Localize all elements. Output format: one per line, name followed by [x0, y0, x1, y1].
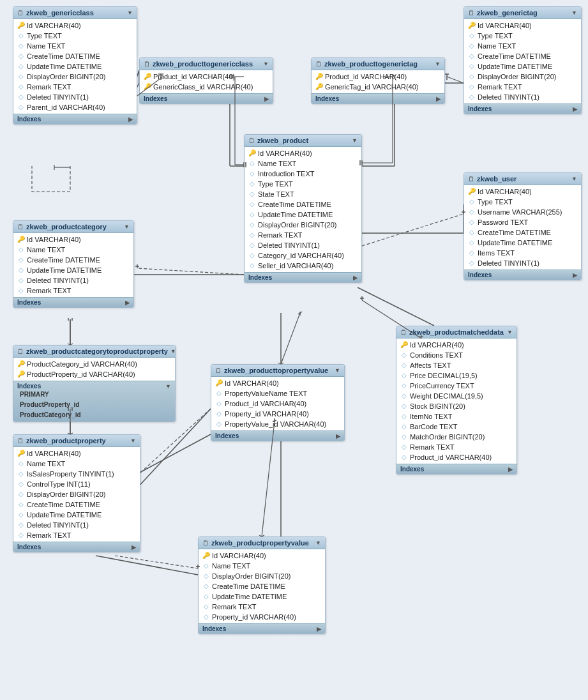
table-icon: 🗒 [315, 61, 322, 68]
field-icon: ◇ [468, 208, 476, 217]
table-footer[interactable]: Indexes ▶ [211, 430, 344, 441]
header-dropdown[interactable]: ▼ [571, 10, 577, 16]
field-row: ◇UpdateTime DATETIME [464, 61, 581, 72]
table-footer[interactable]: Indexes ▶ [396, 464, 516, 474]
table-header-productcategory[interactable]: 🗒 zkweb_productcategory ▼ [13, 221, 133, 233]
footer-arrow[interactable]: ▶ [128, 116, 133, 123]
table-zkweb-generictag[interactable]: 🗒 zkweb_generictag ▼ 🔑Id VARCHAR(40) ◇Ty… [464, 6, 582, 114]
field-row: ◇UpdateTime DATETIME [245, 209, 361, 220]
table-footer[interactable]: Indexes ▶ [199, 623, 325, 634]
table-header-producttopropertyvalue[interactable]: 🗒 zkweb_producttopropertyvalue ▼ [211, 365, 344, 377]
field-row: ◇Property_id VARCHAR(40) [211, 409, 344, 419]
field-icon: ◇ [17, 245, 25, 254]
header-dropdown[interactable]: ▼ [315, 540, 321, 546]
svg-line-23 [358, 287, 434, 326]
field-row: ◇CreateTime DATETIME [464, 227, 581, 238]
field-row: 🔑Id VARCHAR(40) [13, 20, 137, 31]
header-dropdown[interactable]: ▼ [130, 438, 136, 444]
table-zkweb-productcategorytoproductproperty[interactable]: 🗒 zkweb_productcategorytoproductproperty… [13, 345, 176, 422]
field-row: 🔑ProductCategory_id VARCHAR(40) [13, 359, 175, 369]
table-zkweb-genericclass[interactable]: 🗒 zkweb_genericclass ▼ 🔑Id VARCHAR(40) ◇… [13, 6, 137, 125]
indexes-label: Indexes [17, 383, 41, 390]
footer-arrow[interactable]: ▶ [125, 300, 130, 306]
table-footer[interactable]: Indexes ▶ [140, 93, 273, 103]
field-row: ◇DisplayOrder BIGINT(20) [13, 72, 137, 82]
footer-arrow[interactable]: ▶ [436, 96, 441, 102]
table-header-producttogenerictag[interactable]: 🗒 zkweb_producttogenerictag ▼ [312, 58, 444, 70]
table-footer[interactable]: Indexes ▶ [464, 270, 581, 280]
field-row: 🔑Product_id VARCHAR(40) [312, 72, 444, 82]
indexes-label: Indexes [144, 95, 167, 102]
pk-icon: 🔑 [17, 235, 25, 244]
field-icon: ◇ [248, 200, 256, 209]
field-icon: ◇ [400, 381, 408, 390]
header-dropdown[interactable]: ▼ [127, 10, 133, 16]
footer-arrow[interactable]: ▶ [132, 544, 136, 551]
table-header-productcategorytoproductproperty[interactable]: 🗒 zkweb_productcategorytoproductproperty… [13, 346, 175, 358]
table-header-productmatcheddata[interactable]: 🗒 zkweb_productmatcheddata ▼ [396, 326, 516, 339]
header-dropdown[interactable]: ▼ [170, 348, 176, 354]
header-dropdown[interactable]: ▼ [335, 367, 340, 374]
field-icon: ◇ [202, 582, 210, 591]
field-row: ◇Property_id VARCHAR(40) [199, 612, 325, 622]
fk-icon: 🔑 [17, 370, 25, 379]
table-icon: 🗒 [468, 10, 474, 17]
table-title: zkweb_product [257, 137, 308, 144]
field-row: ◇Category_id VARCHAR(40) [245, 250, 361, 261]
pk-icon: 🔑 [248, 149, 256, 158]
header-dropdown[interactable]: ▼ [571, 176, 577, 182]
field-icon: ◇ [17, 286, 25, 295]
field-list: 🔑Id VARCHAR(40) ◇Type TEXT ◇Name TEXT ◇C… [464, 19, 581, 103]
table-footer[interactable]: Indexes ▶ [464, 103, 581, 114]
header-dropdown[interactable]: ▼ [507, 329, 513, 335]
table-zkweb-producttogenericclass[interactable]: 🗒 zkweb_producttogenericclass ▼ 🔑Product… [139, 57, 273, 104]
footer-arrow[interactable]: ▶ [353, 275, 358, 281]
footer-arrow[interactable]: ▶ [573, 272, 577, 278]
table-zkweb-productproperty[interactable]: 🗒 zkweb_productproperty ▼ 🔑Id VARCHAR(40… [13, 434, 140, 552]
pk-icon: 🔑 [17, 449, 25, 458]
table-header-productpropertyvalue[interactable]: 🗒 zkweb_productpropertyvalue ▼ [199, 537, 325, 549]
table-footer[interactable]: Indexes ▶ [245, 272, 361, 282]
field-row: ◇Remark TEXT [464, 82, 581, 92]
header-dropdown[interactable]: ▼ [352, 137, 358, 144]
footer-arrow[interactable]: ▶ [573, 106, 577, 112]
table-zkweb-productpropertyvalue[interactable]: 🗒 zkweb_productpropertyvalue ▼ 🔑Id VARCH… [198, 536, 326, 634]
pk-icon: 🔑 [468, 21, 476, 30]
table-header-productproperty[interactable]: 🗒 zkweb_productproperty ▼ [13, 435, 140, 447]
table-zkweb-producttopropertyvalue[interactable]: 🗒 zkweb_producttopropertyvalue ▼ 🔑Id VAR… [211, 364, 345, 441]
table-footer[interactable]: Indexes ▶ [312, 93, 444, 103]
field-row: ◇Affects TEXT [396, 360, 516, 370]
field-row: ◇Remark TEXT [13, 530, 140, 540]
footer-arrow[interactable]: ▶ [264, 96, 269, 102]
field-row: ◇Stock BIGINT(20) [396, 401, 516, 411]
field-row: ◇BarCode TEXT [396, 422, 516, 432]
field-row: ◇Seller_id VARCHAR(40) [245, 261, 361, 271]
table-zkweb-productcategory[interactable]: 🗒 zkweb_productcategory ▼ 🔑Id VARCHAR(40… [13, 220, 134, 308]
footer-arrow[interactable]: ▼ [165, 383, 171, 390]
table-zkweb-product[interactable]: 🗒 zkweb_product ▼ 🔑Id VARCHAR(40) ◇Name … [244, 134, 362, 283]
indexes-label: Indexes [202, 625, 226, 632]
table-header-product[interactable]: 🗒 zkweb_product ▼ [245, 135, 361, 147]
fk-icon: 🔑 [315, 72, 323, 81]
table-zkweb-user[interactable]: 🗒 zkweb_user ▼ 🔑Id VARCHAR(40) ◇Type TEX… [464, 172, 582, 280]
table-zkweb-producttogenerictag[interactable]: 🗒 zkweb_producttogenerictag ▼ 🔑Product_i… [311, 57, 445, 104]
table-zkweb-productmatcheddata[interactable]: 🗒 zkweb_productmatcheddata ▼ 🔑Id VARCHAR… [396, 326, 517, 475]
footer-arrow[interactable]: ▶ [317, 626, 321, 632]
table-header-user[interactable]: 🗒 zkweb_user ▼ [464, 173, 581, 185]
table-footer[interactable]: Indexes ▶ [13, 114, 137, 124]
table-header-producttogenericclass[interactable]: 🗒 zkweb_producttogenericclass ▼ [140, 58, 273, 70]
field-row: ◇Name TEXT [13, 459, 140, 469]
field-row: ◇ControlType INT(11) [13, 479, 140, 489]
table-footer-indexes[interactable]: Indexes ▼ PRIMARY ProductProperty_id Pro… [13, 381, 175, 422]
table-footer[interactable]: Indexes ▶ [13, 297, 133, 307]
header-dropdown[interactable]: ▼ [263, 61, 269, 67]
header-dropdown[interactable]: ▼ [435, 61, 441, 67]
field-icon: ◇ [468, 82, 476, 91]
footer-arrow[interactable]: ▶ [508, 466, 513, 473]
field-list: 🔑Id VARCHAR(40) ◇Name TEXT ◇DisplayOrder… [199, 549, 325, 623]
table-header-genericclass[interactable]: 🗒 zkweb_genericclass ▼ [13, 7, 137, 19]
footer-arrow[interactable]: ▶ [336, 433, 340, 439]
table-header-generictag[interactable]: 🗒 zkweb_generictag ▼ [464, 7, 581, 19]
header-dropdown[interactable]: ▼ [124, 224, 130, 230]
table-footer[interactable]: Indexes ▶ [13, 542, 140, 552]
